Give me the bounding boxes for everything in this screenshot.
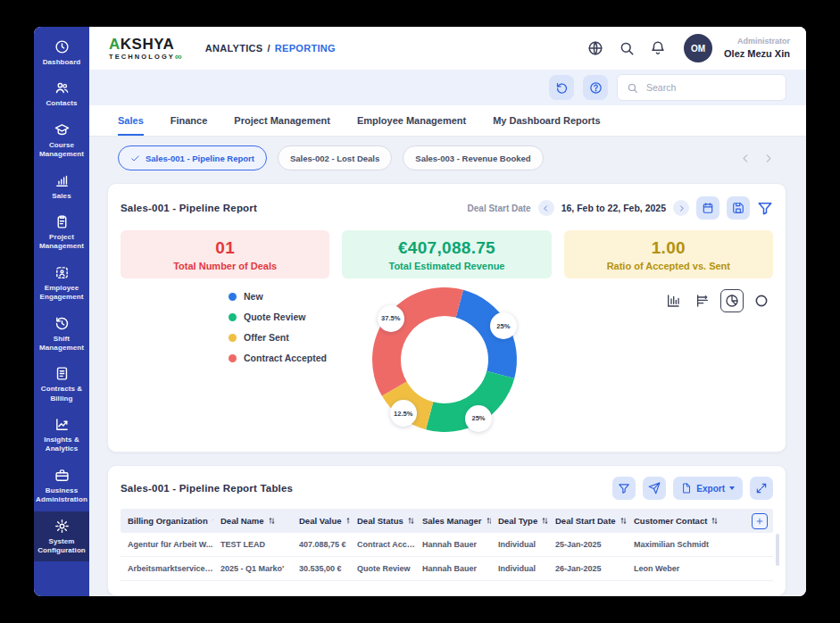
legend-label: Quote Review [244, 312, 305, 322]
tab-project-management[interactable]: Project Management [234, 105, 330, 136]
column-header-deal-value[interactable]: Deal Value [292, 516, 350, 526]
sidebar-item-contacts[interactable]: Contacts [34, 73, 89, 114]
sidebar-item-business-administration[interactable]: Business Administration [34, 461, 89, 511]
tab-finance[interactable]: Finance [170, 105, 208, 136]
sidebar-item-label: Business Administration [36, 486, 87, 505]
brand-logo[interactable]: AKSHYA TECHNOLOGY∞ [109, 37, 182, 61]
hbar-chart-icon [695, 294, 710, 308]
report-pill-sales-001-pipeline-report[interactable]: Sales-001 - Pipeline Report [118, 145, 267, 170]
plus-icon [755, 517, 764, 526]
add-column-button[interactable] [752, 513, 768, 529]
donut-segment-contract-accepted[interactable] [372, 287, 463, 396]
pills-pagination [740, 153, 774, 164]
pill-label: Sales-001 - Pipeline Report [146, 154, 254, 163]
calendar-button[interactable] [696, 196, 719, 220]
chart-type-bar-button[interactable] [661, 289, 685, 312]
table-row[interactable]: Arbeitsmarktservice ...2025 - Q1 Marko'3… [121, 557, 773, 581]
expand-icon [755, 482, 768, 494]
sidebar-item-label: Employee Engagement [36, 284, 87, 303]
export-button[interactable]: Export [673, 477, 743, 500]
save-button[interactable] [727, 196, 750, 220]
table-cell: Maximilian Schmidt [627, 540, 746, 549]
table-cell: TEST LEAD [213, 540, 292, 549]
filter-icon[interactable] [757, 200, 773, 216]
send-icon [648, 482, 661, 494]
chevron-right-icon[interactable] [762, 153, 774, 164]
sidebar-item-label: Project Management [36, 233, 87, 252]
table-header-row: Billing OrganizationDeal NameDeal ValueD… [121, 509, 773, 533]
sidebar-item-dashboard[interactable]: Dashboard [34, 32, 89, 73]
column-label: Deal Start Date [555, 516, 616, 526]
column-header-deal-status[interactable]: Deal Status [350, 516, 415, 526]
chart-type-hbar-button[interactable] [691, 289, 714, 312]
sidebar-item-project-management[interactable]: Project Management [34, 207, 89, 258]
sidebar-item-label: Shift Management [36, 335, 87, 353]
chart-type-pie-button[interactable] [720, 289, 744, 312]
contacts-icon [54, 80, 70, 96]
date-controls: Deal Start Date 16, Feb to 22, Feb, 2025 [468, 196, 773, 220]
donut-percent-label: 25% [490, 312, 517, 339]
tab-sales[interactable]: Sales [118, 105, 144, 136]
module-tabs-strip: SalesFinanceProject ManagementEmployee M… [89, 105, 806, 137]
help-icon [589, 81, 603, 95]
pill-label: Sales-003 - Revenue Booked [415, 154, 530, 163]
globe-icon[interactable] [587, 40, 603, 56]
table-scrollbar[interactable] [776, 534, 779, 566]
search-box[interactable] [617, 74, 786, 101]
user-block: Administrator Olez Mezu Xin [724, 37, 790, 60]
help-button[interactable] [583, 75, 608, 100]
report-pill-sales-002-lost-deals[interactable]: Sales-002 - Lost Deals [278, 145, 392, 170]
breadcrumb-current[interactable]: REPORTING [275, 43, 336, 54]
breadcrumb-section[interactable]: ANALYTICS [205, 43, 263, 54]
sidebar-item-label: Contracts & Billing [36, 385, 87, 403]
sidebar-item-insights-analytics[interactable]: Insights & Analytics [34, 410, 89, 461]
column-header-deal-type[interactable]: Deal Type [491, 516, 548, 526]
infinity-icon: ∞ [175, 54, 182, 60]
table-cell: 26-Jan-2025 [548, 564, 627, 573]
date-next-button[interactable] [673, 200, 689, 216]
expand-button[interactable] [750, 477, 773, 500]
sidebar-item-employee-engagement[interactable]: Employee Engagement [34, 258, 89, 309]
tab-my-dashboard-reports[interactable]: My Dashboard Reports [493, 105, 600, 136]
column-label: Deal Value [299, 516, 342, 526]
sidebar-item-system-configuration[interactable]: System Configuration [34, 511, 89, 562]
column-header-deal-start-date[interactable]: Deal Start Date [548, 516, 627, 526]
refresh-button[interactable] [549, 75, 574, 100]
column-header-deal-name[interactable]: Deal Name [213, 516, 292, 526]
column-header-customer-contact[interactable]: Customer Contact [627, 516, 746, 526]
table-card: Sales-001 - Pipeline Report Tables Expor… [107, 465, 786, 596]
chart-type-donut-button[interactable] [750, 289, 773, 312]
calendar-icon [702, 202, 714, 214]
table-cell: Arbeitsmarktservice ... [121, 564, 213, 573]
sidebar-item-contracts-billing[interactable]: Contracts & Billing [34, 359, 89, 410]
column-header-billing-organization[interactable]: Billing Organization [121, 516, 213, 526]
sidebar-item-label: System Configuration [36, 537, 87, 556]
avatar[interactable]: OM [684, 34, 712, 62]
report-pill-sales-003-revenue-booked[interactable]: Sales-003 - Revenue Booked [403, 145, 543, 170]
donut-percent-label: 25% [465, 405, 492, 432]
chevron-left-icon[interactable] [740, 153, 752, 164]
refresh-icon [555, 81, 569, 95]
engagement-icon [54, 265, 70, 280]
column-header-sales-manager[interactable]: Sales Manager [415, 516, 491, 526]
system-icon [54, 519, 70, 534]
bell-icon[interactable] [650, 40, 666, 56]
dashboard-clock-icon [54, 39, 70, 54]
funnel-icon [618, 482, 630, 494]
table-filter-button[interactable] [612, 477, 636, 500]
breadcrumb: ANALYTICS / REPORTING [205, 43, 336, 54]
tab-employee-management[interactable]: Employee Management [357, 105, 466, 136]
sidebar-item-course-management[interactable]: Course Management [34, 115, 89, 166]
sub-header [89, 70, 806, 105]
chart-legend: NewQuote ReviewOffer SentContract Accept… [229, 291, 327, 363]
table-cell: Hannah Bauer [415, 564, 491, 573]
content-area: SalesFinanceProject ManagementEmployee M… [89, 105, 806, 596]
table-row[interactable]: Agentur für Arbeit W...TEST LEAD407.088,… [121, 533, 773, 557]
table-cell: 2025 - Q1 Marko' [213, 564, 292, 573]
search-input[interactable] [645, 81, 777, 94]
date-prev-button[interactable] [538, 200, 554, 216]
share-button[interactable] [643, 477, 666, 500]
sidebar-item-shift-management[interactable]: Shift Management [34, 309, 89, 360]
search-icon[interactable] [619, 40, 635, 56]
sidebar-item-sales[interactable]: Sales [34, 166, 89, 207]
